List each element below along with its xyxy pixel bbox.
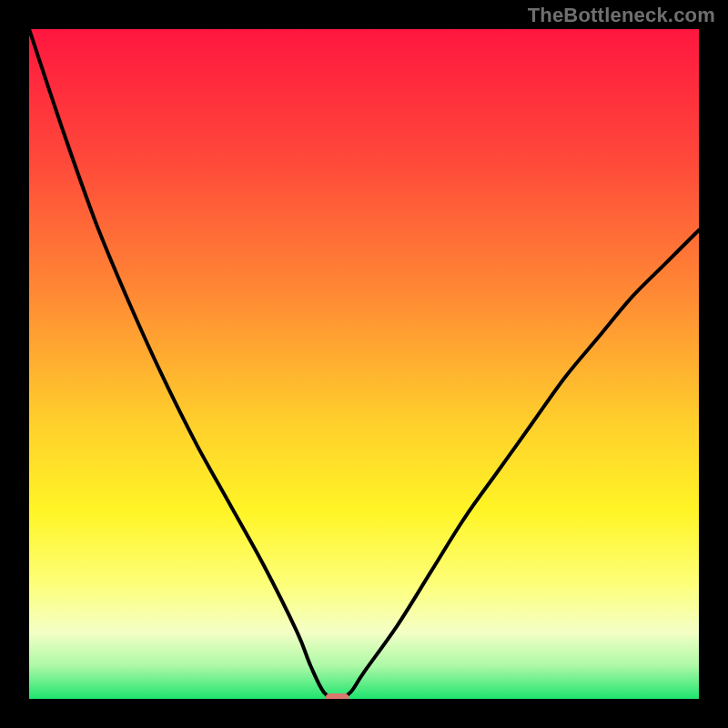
- chart-svg: [29, 29, 699, 699]
- minimum-marker: [326, 693, 349, 699]
- watermark-text: TheBottleneck.com: [528, 4, 715, 27]
- plot-area: [29, 29, 699, 699]
- chart-frame: TheBottleneck.com: [0, 0, 728, 728]
- gradient-background: [29, 29, 699, 699]
